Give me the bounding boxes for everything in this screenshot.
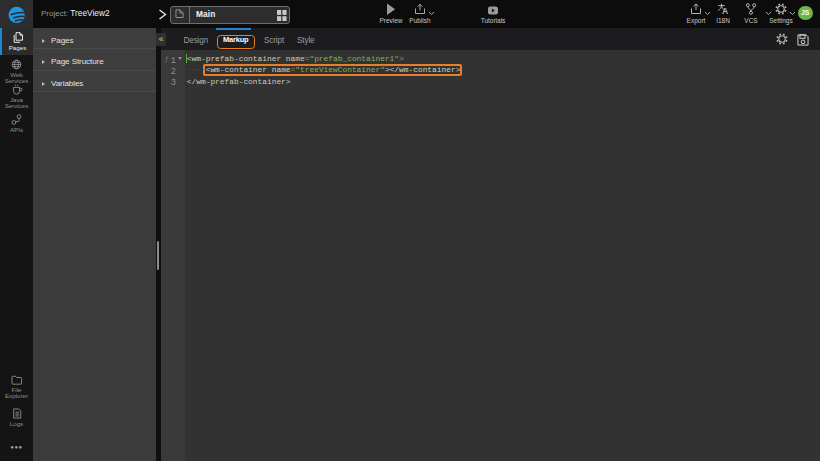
svg-text:A: A xyxy=(722,6,728,14)
